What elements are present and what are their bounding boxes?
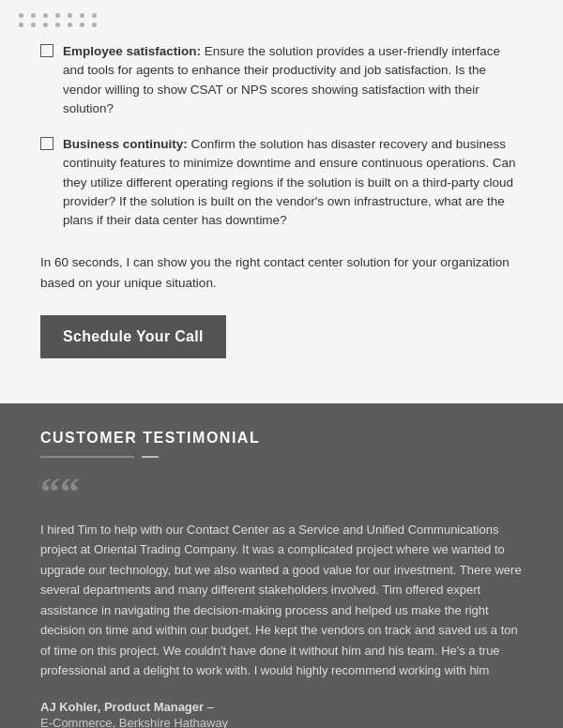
- intro-paragraph: In 60 seconds, I can show you the right …: [40, 252, 523, 293]
- item-text: Employee satisfaction: Ensure the soluti…: [63, 42, 523, 118]
- author-name-text: AJ Kohler, Product Manager: [40, 700, 204, 714]
- divider-dash: [142, 456, 159, 458]
- dot: [19, 13, 23, 18]
- checkbox-icon: [40, 44, 53, 57]
- testimonial-heading: CUSTOMER TESTIMONIAL: [40, 430, 523, 447]
- dot: [92, 23, 97, 27]
- dot: [80, 13, 84, 18]
- dot: [68, 13, 72, 18]
- dot: [19, 23, 23, 27]
- dot: [31, 23, 36, 27]
- dots-row-2: [19, 23, 544, 27]
- author-name: AJ Kohler, Product Manager –: [40, 700, 523, 714]
- dot: [31, 13, 36, 18]
- dot: [80, 23, 84, 27]
- page-wrapper: Employee satisfaction: Ensure the soluti…: [0, 0, 563, 728]
- item-text: Business continuity: Confirm the solutio…: [63, 135, 523, 230]
- testimonial-author: AJ Kohler, Product Manager – E-Commerce,…: [40, 700, 523, 728]
- list-item: Employee satisfaction: Ensure the soluti…: [40, 42, 523, 118]
- testimonial-section: CUSTOMER TESTIMONIAL ““ I hired Tim to h…: [0, 403, 563, 728]
- dots-row-1: [19, 13, 544, 18]
- dots-top: [0, 0, 563, 33]
- dot: [43, 23, 48, 27]
- dot: [43, 13, 48, 18]
- dot: [92, 13, 97, 18]
- testimonial-divider: [40, 456, 523, 458]
- dot: [55, 23, 60, 27]
- author-dash: –: [207, 700, 214, 714]
- divider-line: [40, 456, 134, 458]
- list-item: Business continuity: Confirm the solutio…: [40, 135, 523, 230]
- dot: [68, 23, 72, 27]
- checkbox-icon: [40, 137, 53, 150]
- quote-marks-icon: ““: [40, 477, 523, 508]
- testimonial-quote: I hired Tim to help with our Contact Cen…: [40, 520, 523, 681]
- item-label: Business continuity:: [63, 137, 188, 151]
- item-label: Employee satisfaction:: [63, 44, 201, 58]
- checklist: Employee satisfaction: Ensure the soluti…: [40, 42, 523, 230]
- dot: [55, 13, 60, 18]
- main-content: Employee satisfaction: Ensure the soluti…: [0, 33, 563, 403]
- schedule-call-button[interactable]: Schedule Your Call: [40, 315, 226, 358]
- author-company-line1: E-Commerce, Berkshire Hathaway: [40, 716, 523, 728]
